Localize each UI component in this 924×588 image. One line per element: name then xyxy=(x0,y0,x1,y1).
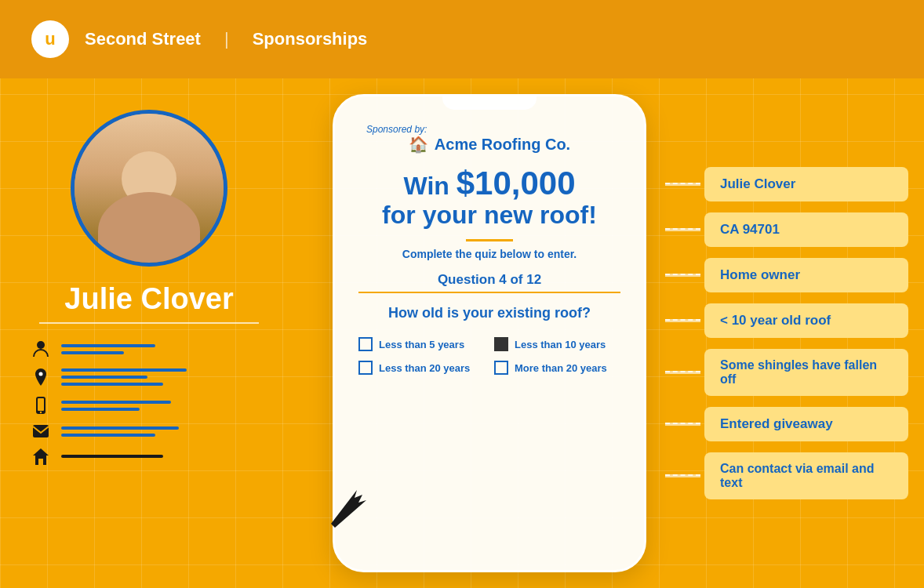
badge-giveaway-text: Entered giveaway xyxy=(720,416,833,432)
user-name: Julie Clover xyxy=(64,282,233,316)
info-lines-person xyxy=(61,344,155,354)
quiz-option-1[interactable]: Less than 5 years xyxy=(358,337,485,351)
badge-roof-age-text: < 10 year old roof xyxy=(720,313,831,328)
info-line xyxy=(61,351,124,354)
win-suffix: for your new roof! xyxy=(382,201,597,229)
svg-point-1 xyxy=(39,372,43,376)
info-line xyxy=(61,426,179,430)
sponsor-house-icon: 🏠 xyxy=(409,135,428,154)
option-label-1: Less than 5 years xyxy=(379,339,464,350)
badge-homeowner: Home owner xyxy=(704,258,908,292)
info-line xyxy=(61,455,163,458)
badge-giveaway: Entered giveaway xyxy=(704,407,908,441)
svg-rect-7 xyxy=(38,459,43,465)
info-line xyxy=(61,401,171,404)
svg-rect-5 xyxy=(33,425,49,437)
complete-text: Complete the quiz below to enter. xyxy=(402,248,577,260)
badge-shingles-text: Some shingles have fallen off xyxy=(720,358,893,387)
quiz-options: Less than 5 years Less than 10 years Les… xyxy=(358,337,620,375)
badge-contact: Can contact via email and text xyxy=(704,452,908,499)
info-lines-email xyxy=(61,426,179,437)
info-item-person xyxy=(31,339,267,358)
center-panel: Sponsored by: 🏠 Acme Roofing Co. Win $10… xyxy=(298,78,681,588)
logo: u xyxy=(31,20,69,58)
badge-location: CA 94701 xyxy=(704,212,908,247)
email-icon xyxy=(31,424,50,438)
phone-notch xyxy=(442,94,537,110)
info-line xyxy=(61,434,155,437)
avatar xyxy=(71,110,227,267)
info-line xyxy=(61,408,140,411)
arrow-icon xyxy=(327,488,374,535)
home-icon xyxy=(31,448,50,465)
checkbox-2[interactable] xyxy=(494,337,508,351)
arrow-container xyxy=(327,488,374,539)
quiz-option-3[interactable]: Less than 20 years xyxy=(358,361,485,375)
win-underline xyxy=(466,239,513,241)
header-pipe: | xyxy=(224,29,229,49)
person-icon xyxy=(31,339,50,358)
option-label-4: More than 20 years xyxy=(515,362,607,374)
svg-point-4 xyxy=(40,412,42,413)
badge-name: Julie Clover xyxy=(704,167,908,201)
badge-location-text: CA 94701 xyxy=(720,222,780,238)
question-underline xyxy=(358,292,620,293)
checkbox-1[interactable] xyxy=(358,337,373,351)
badge-homeowner-text: Home owner xyxy=(720,267,800,283)
info-item-phone xyxy=(31,396,267,415)
info-line xyxy=(61,368,187,372)
win-prefix: Win xyxy=(403,172,449,200)
info-line xyxy=(61,344,155,347)
info-lines-phone xyxy=(61,401,171,411)
question-label: Question 4 of 12 xyxy=(438,272,541,288)
info-line xyxy=(61,376,147,379)
phone-icon xyxy=(31,396,50,415)
location-icon xyxy=(31,368,50,387)
info-item-home xyxy=(31,448,267,465)
win-title: Win $10,000 for your new roof! xyxy=(382,165,597,229)
checkbox-4[interactable] xyxy=(494,361,508,375)
win-amount: $10,000 xyxy=(457,165,576,201)
main-content: Julie Clover xyxy=(0,78,924,588)
section-name: Sponsorships xyxy=(253,29,368,49)
badge-shingles: Some shingles have fallen off xyxy=(704,349,908,396)
left-panel: Julie Clover xyxy=(0,78,298,588)
badge-roof-age: < 10 year old roof xyxy=(704,303,908,338)
info-lines-location xyxy=(61,368,187,386)
badge-contact-text: Can contact via email and text xyxy=(720,462,893,490)
option-label-3: Less than 20 years xyxy=(379,362,470,374)
info-lines-home xyxy=(61,455,163,458)
info-list xyxy=(31,339,267,465)
quiz-option-4[interactable]: More than 20 years xyxy=(494,361,620,375)
avatar-image xyxy=(75,114,224,263)
sponsor-row: 🏠 Acme Roofing Co. xyxy=(409,135,570,154)
logo-letter: u xyxy=(45,29,55,49)
info-item-location xyxy=(31,368,267,387)
info-line xyxy=(61,383,163,386)
company-name: Second Street xyxy=(85,29,201,49)
option-label-2: Less than 10 years xyxy=(515,339,606,350)
header: u Second Street | Sponsorships xyxy=(0,0,924,78)
sponsor-name-text: Acme Roofing Co. xyxy=(435,136,570,154)
badge-name-text: Julie Clover xyxy=(720,176,795,192)
sponsored-by-label: Sponsored by: xyxy=(366,124,427,135)
right-panel: Julie Clover CA 94701 Home owner < 10 ye… xyxy=(681,78,924,588)
info-item-email xyxy=(31,424,267,438)
name-divider xyxy=(39,322,259,324)
svg-point-0 xyxy=(37,341,45,349)
checkbox-3[interactable] xyxy=(358,361,373,375)
phone-mockup: Sponsored by: 🏠 Acme Roofing Co. Win $10… xyxy=(333,94,646,572)
quiz-option-2[interactable]: Less than 10 years xyxy=(494,337,620,351)
svg-rect-3 xyxy=(38,398,44,411)
question-text: How old is your existing roof? xyxy=(388,305,591,321)
